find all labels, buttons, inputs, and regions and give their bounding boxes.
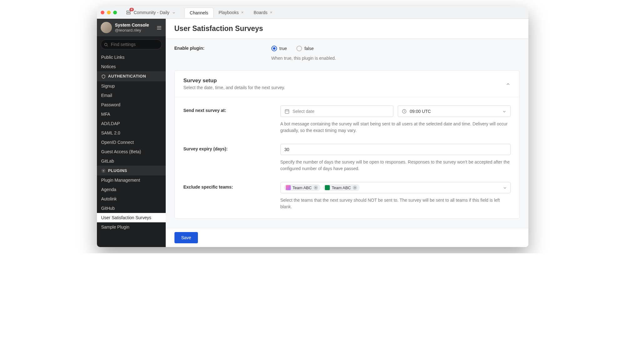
tab-boards[interactable]: Boards ×	[249, 7, 277, 18]
team-icon	[286, 185, 291, 190]
send-survey-field: Select date 09:00 UTC	[280, 105, 511, 134]
content-body[interactable]: Enable plugin: true false	[166, 39, 528, 228]
sidebar-item-public-links[interactable]: Public Links	[97, 53, 166, 62]
close-icon[interactable]: ×	[241, 10, 244, 15]
main-content: User Satisfaction Surveys Enable plugin:…	[166, 19, 528, 247]
close-window-button[interactable]	[101, 11, 104, 14]
remove-chip-icon[interactable]: ×	[314, 185, 318, 190]
chevron-up-icon[interactable]	[506, 81, 511, 87]
shield-icon	[101, 74, 106, 79]
exclude-label: Exclude specific teams:	[184, 182, 268, 190]
sidebar-item-github[interactable]: GitHub	[97, 204, 166, 213]
search-input[interactable]	[101, 39, 162, 49]
chevron-down-icon	[172, 10, 176, 15]
expiry-help-text: Specify the number of days the survey wi…	[280, 159, 511, 172]
sidebar-section-authentication: AUTHENTICATION	[97, 71, 166, 81]
radio-group: true false	[271, 46, 520, 51]
sidebar-nav[interactable]: Public Links Notices AUTHENTICATION Sign…	[97, 53, 166, 247]
expiry-input-wrap	[280, 144, 511, 155]
menu-icon[interactable]	[156, 24, 162, 31]
content-header: User Satisfaction Surveys	[166, 19, 528, 39]
radio-icon	[296, 46, 302, 51]
card-body: Send next survey at: Select date	[175, 97, 519, 218]
tab-label: Channels	[190, 10, 208, 15]
clock-icon	[402, 109, 407, 114]
team-chip: Team ABC ×	[284, 184, 320, 191]
date-picker[interactable]: Select date	[280, 105, 393, 117]
exclude-help-text: Select the teams that the next survey sh…	[280, 197, 511, 210]
tab-channels[interactable]: Channels	[184, 8, 214, 18]
svg-rect-1	[127, 13, 130, 14]
enable-plugin-row: Enable plugin: true false	[174, 46, 520, 62]
radio-false[interactable]: false	[296, 46, 314, 51]
send-survey-row: Send next survey at: Select date	[184, 105, 511, 134]
tab-label: Playbooks	[219, 10, 239, 15]
server-icon: 4	[126, 10, 131, 15]
section-label: AUTHENTICATION	[108, 74, 146, 78]
sidebar-item-user-surveys[interactable]: User Satisfaction Surveys	[97, 213, 166, 222]
app-window: 4 Community - Daily Channels Playbooks ×…	[97, 6, 528, 247]
enable-plugin-label: Enable plugin:	[174, 46, 259, 51]
team-icon	[325, 185, 330, 190]
radio-label: true	[280, 46, 287, 51]
svg-rect-8	[285, 110, 289, 114]
tab-label: Boards	[254, 10, 267, 15]
tab-playbooks[interactable]: Playbooks ×	[214, 7, 249, 18]
team-chip: Team ABC ×	[323, 184, 360, 191]
sidebar-item-mfa[interactable]: MFA	[97, 109, 166, 119]
card-subtitle: Select the date, time, and details for t…	[184, 85, 285, 90]
sidebar-item-openid[interactable]: OpenID Connect	[97, 138, 166, 147]
time-picker[interactable]: 09:00 UTC	[398, 105, 511, 117]
enable-plugin-controls: true false When true, this plugin is ena…	[271, 46, 520, 62]
section-label: PLUGINS	[108, 168, 127, 173]
expiry-row: Survey expiry (days): Specify the number…	[184, 144, 511, 172]
sidebar-header-text: System Console @leonard.riley	[115, 23, 153, 33]
sidebar-item-autolink[interactable]: Autolink	[97, 194, 166, 204]
radio-true[interactable]: true	[271, 46, 287, 51]
expiry-input[interactable]	[285, 147, 507, 152]
card-header-text: Survey setup Select the date, time, and …	[184, 78, 285, 90]
save-button[interactable]: Save	[174, 232, 198, 243]
sidebar-item-password[interactable]: Password	[97, 100, 166, 109]
server-dropdown[interactable]: 4 Community - Daily	[123, 8, 179, 17]
search-container	[97, 36, 166, 53]
time-value: 09:00 UTC	[410, 109, 431, 114]
sidebar-item-gitlab[interactable]: GitLab	[97, 156, 166, 166]
exclude-teams-select[interactable]: Team ABC × Team ABC ×	[280, 182, 511, 193]
chevron-down-icon	[503, 185, 507, 190]
console-title: System Console	[115, 23, 153, 28]
server-name: Community - Daily	[134, 10, 169, 15]
remove-chip-icon[interactable]: ×	[353, 185, 357, 190]
minimize-window-button[interactable]	[107, 11, 111, 14]
sidebar-item-plugin-mgmt[interactable]: Plugin Management	[97, 175, 166, 185]
sidebar-item-signup[interactable]: Signup	[97, 81, 166, 91]
sidebar-item-sample-plugin[interactable]: Sample Plugin	[97, 222, 166, 232]
svg-rect-0	[127, 11, 130, 12]
notification-badge: 4	[129, 8, 134, 11]
chip-list: Team ABC × Team ABC ×	[284, 184, 360, 191]
sidebar-item-agenda[interactable]: Agenda	[97, 185, 166, 194]
sidebar-item-notices[interactable]: Notices	[97, 62, 166, 71]
maximize-window-button[interactable]	[113, 11, 117, 14]
sidebar-item-saml[interactable]: SAML 2.0	[97, 128, 166, 138]
radio-label: false	[305, 46, 314, 51]
close-icon[interactable]: ×	[270, 10, 273, 15]
exclude-field: Team ABC × Team ABC ×	[280, 182, 511, 210]
avatar[interactable]	[101, 22, 112, 33]
radio-icon	[271, 46, 277, 51]
plugin-icon	[101, 168, 106, 173]
chip-label: Team ABC	[293, 185, 312, 190]
survey-setup-card: Survey setup Select the date, time, and …	[174, 70, 520, 219]
send-help-text: A bot message containing the survey will…	[280, 121, 511, 134]
date-time-row: Select date 09:00 UTC	[280, 105, 511, 117]
sidebar-item-ad-ldap[interactable]: AD/LDAP	[97, 119, 166, 128]
sidebar-item-guest-access[interactable]: Guest Access (Beta)	[97, 147, 166, 156]
card-header[interactable]: Survey setup Select the date, time, and …	[175, 71, 519, 97]
chevron-down-icon	[502, 109, 507, 114]
expiry-field: Specify the number of days the survey wi…	[280, 144, 511, 172]
app-body: System Console @leonard.riley Public Lin…	[97, 19, 528, 247]
search-icon	[104, 42, 108, 47]
expiry-label: Survey expiry (days):	[184, 144, 268, 151]
send-survey-label: Send next survey at:	[184, 105, 268, 113]
sidebar-item-email[interactable]: Email	[97, 91, 166, 100]
